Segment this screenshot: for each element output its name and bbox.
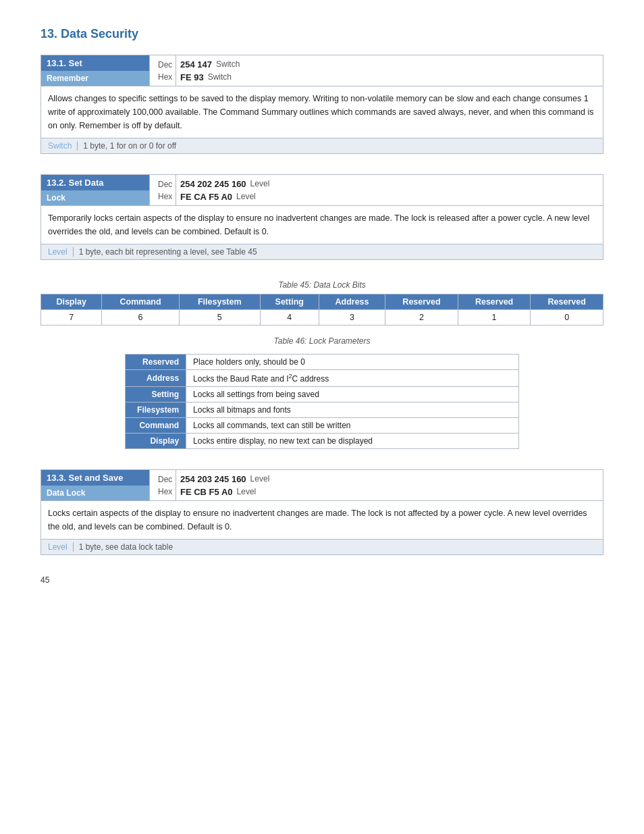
table46-desc: Place holders only, should be 0 xyxy=(186,355,519,370)
section-13-1-type1: Switch xyxy=(216,59,240,69)
table45-value-cell: 0 xyxy=(531,310,603,325)
section-13-2-row2: FE CA F5 A0 Level xyxy=(176,190,603,203)
table46-label: Command xyxy=(126,418,186,434)
table45-value-cell: 7 xyxy=(41,310,102,325)
table46-label: Setting xyxy=(126,387,186,402)
table45-header-cell: Reserved xyxy=(531,294,603,310)
section-13-2-param: Level 1 byte, each bit representing a le… xyxy=(41,244,603,259)
table46-desc: Locks all bitmaps and fonts xyxy=(186,402,519,418)
table45-header-cell: Command xyxy=(102,294,180,310)
section-13-3-body: Locks certain aspects of the display to … xyxy=(41,500,603,539)
table46-caption: Table 46: Lock Parameters xyxy=(41,336,603,346)
section-13-2-row1: 254 202 245 160 Level xyxy=(176,178,603,190)
section-13-1-hex-label: Hex xyxy=(154,71,171,83)
section-13-2-header: 13.2. Set Data Lock Dec Hex 254 202 245 … xyxy=(41,175,603,205)
section-13-2-body: Temporarily locks certain aspects of the… xyxy=(41,205,603,244)
section-13-1-code1: 254 147 xyxy=(180,59,212,70)
table45-value-cell: 1 xyxy=(458,310,531,325)
section-13-3-code1: 254 203 245 160 xyxy=(180,474,246,484)
table45-header-cell: Reserved xyxy=(385,294,458,310)
table45-value-cell: 4 xyxy=(260,310,319,325)
table46-label: Reserved xyxy=(126,355,186,370)
page-number: 45 xyxy=(41,575,603,585)
table46-row: DisplayLocks entire display, no new text… xyxy=(126,434,519,449)
table45-caption: Table 45: Data Lock Bits xyxy=(41,280,603,290)
table45-header-cell: Display xyxy=(41,294,102,310)
section-13-1-row2: FE 93 Switch xyxy=(176,71,603,84)
table45-value-cell: 5 xyxy=(179,310,260,325)
table46-label: Address xyxy=(126,370,186,387)
section-13-2-code2: FE CA F5 A0 xyxy=(180,192,232,202)
table46-label: Filesystem xyxy=(126,402,186,418)
section-13-2-param-label: Level xyxy=(48,247,68,257)
table46-row: AddressLocks the Baud Rate and I2C addre… xyxy=(126,370,519,387)
section-13-1-title: 13.1. Set xyxy=(41,55,149,71)
table45-header-cell: Reserved xyxy=(458,294,531,310)
section-13-3-type1: Level xyxy=(250,474,270,484)
section-13-2-param-divider xyxy=(73,247,74,257)
section-13-3-dec-label: Dec xyxy=(154,473,171,486)
table45-value-cell: 6 xyxy=(102,310,180,325)
section-13-3-code2: FE CB F5 A0 xyxy=(180,487,233,497)
table46-desc: Locks all settings from being saved xyxy=(186,387,519,402)
table46-desc: Locks entire display, no new text can be… xyxy=(186,434,519,449)
section-13-3-subtitle: Data Lock xyxy=(41,486,149,500)
section-13-3-param: Level 1 byte, see data lock table xyxy=(41,539,603,554)
section-13-3-title: 13.3. Set and Save xyxy=(41,470,149,486)
section-13-1-subtitle: Remember xyxy=(41,71,149,86)
section-13-1-dec-label: Dec xyxy=(154,59,171,71)
section-13-2-param-desc: 1 byte, each bit representing a level, s… xyxy=(79,247,257,257)
section-13-3-type2: Level xyxy=(237,487,257,496)
section-13-2-hex-label: Hex xyxy=(154,190,171,203)
table46-row: FilesystemLocks all bitmaps and fonts xyxy=(126,402,519,418)
table45-value-cell: 2 xyxy=(385,310,458,325)
section-13-1-header: 13.1. Set Remember Dec Hex 254 147 Switc… xyxy=(41,55,603,86)
table45-header-cell: Address xyxy=(319,294,385,310)
table45-value-cell: 3 xyxy=(319,310,385,325)
section-13-3: 13.3. Set and Save Data Lock Dec Hex 254… xyxy=(41,469,603,555)
section-13-1-type2: Switch xyxy=(208,72,232,82)
table45-value-row: 76543210 xyxy=(41,310,603,325)
section-13-1-param: Switch 1 byte, 1 for on or 0 for off xyxy=(41,138,603,153)
page-title: 13. Data Security xyxy=(41,27,603,41)
section-13-3-header: 13.3. Set and Save Data Lock Dec Hex 254… xyxy=(41,470,603,500)
table45: DisplayCommandFilesystemSettingAddressRe… xyxy=(41,294,603,325)
table46-label: Display xyxy=(126,434,186,449)
table45-header-cell: Setting xyxy=(260,294,319,310)
section-13-2: 13.2. Set Data Lock Dec Hex 254 202 245 … xyxy=(41,174,603,260)
section-13-1-body: Allows changes to specific settings to b… xyxy=(41,86,603,138)
section-13-2-title: 13.2. Set Data xyxy=(41,175,149,190)
section-13-1-param-divider xyxy=(77,141,78,151)
table46-row: ReservedPlace holders only, should be 0 xyxy=(126,355,519,370)
section-13-2-type1: Level xyxy=(250,179,270,188)
table46-row: CommandLocks all commands, text can stil… xyxy=(126,418,519,434)
section-13-1-code2: FE 93 xyxy=(180,72,204,82)
section-13-3-param-divider xyxy=(73,542,74,552)
section-13-1: 13.1. Set Remember Dec Hex 254 147 Switc… xyxy=(41,55,603,154)
table46-row: SettingLocks all settings from being sav… xyxy=(126,387,519,402)
section-13-2-code1: 254 202 245 160 xyxy=(180,179,246,189)
section-13-3-row1: 254 203 245 160 Level xyxy=(176,473,603,486)
section-13-2-subtitle: Lock xyxy=(41,190,149,205)
table46-desc: Locks the Baud Rate and I2C address xyxy=(186,370,519,387)
section-13-2-dec-label: Dec xyxy=(154,178,171,190)
table45-header-row: DisplayCommandFilesystemSettingAddressRe… xyxy=(41,294,603,310)
section-13-3-param-label: Level xyxy=(48,542,68,552)
section-13-1-param-desc: 1 byte, 1 for on or 0 for off xyxy=(83,141,176,151)
section-13-1-param-label: Switch xyxy=(48,141,72,151)
section-13-3-row2: FE CB F5 A0 Level xyxy=(176,486,603,498)
section-13-3-hex-label: Hex xyxy=(154,486,171,498)
section-13-1-row1: 254 147 Switch xyxy=(176,58,603,71)
table46: ReservedPlace holders only, should be 0A… xyxy=(125,354,519,449)
table45-header-cell: Filesystem xyxy=(179,294,260,310)
section-13-2-type2: Level xyxy=(236,192,256,201)
table46-desc: Locks all commands, text can still be wr… xyxy=(186,418,519,434)
section-13-3-param-desc: 1 byte, see data lock table xyxy=(79,542,173,552)
